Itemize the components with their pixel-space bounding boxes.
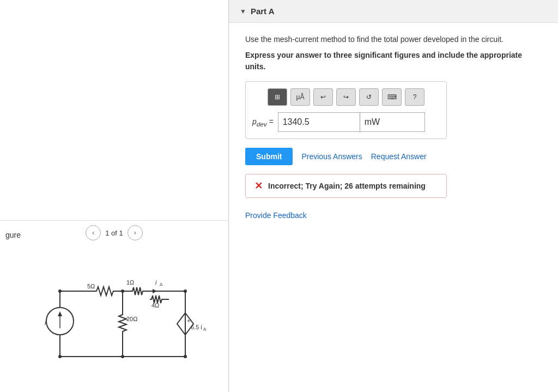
answer-box: ⊞ μÅ ↩ ↪ ↺ ⌨: [245, 81, 447, 139]
error-icon: ✕: [254, 180, 263, 192]
svg-text:i: i: [155, 279, 157, 286]
grid-button[interactable]: ⊞: [268, 88, 287, 106]
request-answer-link[interactable]: Request Answer: [371, 152, 427, 161]
express-text: Express your answer to three significant…: [245, 50, 542, 73]
submit-button[interactable]: Submit: [245, 148, 293, 165]
left-panel: gure ‹ 1 of 1 › i: [0, 0, 229, 392]
part-section: ▼ Part A Use the mesh-current method to …: [229, 0, 558, 231]
svg-text:1Ω: 1Ω: [126, 279, 134, 286]
svg-text:4Ω: 4Ω: [151, 302, 159, 309]
keyboard-icon: ⌨: [387, 93, 397, 101]
action-row: Submit Previous Answers Request Answer: [245, 148, 542, 165]
mu-icon: μÅ: [296, 93, 305, 101]
svg-text:6.5 i: 6.5 i: [191, 324, 202, 330]
redo-icon: ↪: [343, 93, 349, 101]
variable-label: pdev =: [252, 117, 274, 128]
page-info: 1 of 1: [105, 229, 123, 237]
redo-button[interactable]: ↪: [336, 88, 356, 106]
input-row: pdev =: [252, 112, 440, 132]
part-title: Part A: [251, 7, 275, 16]
part-content: Use the mesh-current method to find the …: [229, 23, 558, 231]
svg-text:i: i: [45, 319, 46, 327]
svg-point-30: [184, 355, 187, 358]
undo-button[interactable]: ↩: [313, 88, 333, 106]
help-icon: ?: [413, 93, 417, 101]
undo-icon: ↩: [320, 93, 326, 101]
value-input[interactable]: [278, 112, 360, 132]
svg-text:20Ω: 20Ω: [126, 316, 137, 322]
previous-answers-link[interactable]: Previous Answers: [301, 152, 362, 161]
circuit-diagram: i 5Ω 1Ω i Δ 4Ω: [0, 250, 228, 392]
keyboard-button[interactable]: ⌨: [382, 88, 402, 106]
svg-marker-3: [58, 311, 62, 316]
svg-text:5Ω: 5Ω: [87, 283, 95, 290]
svg-point-28: [58, 355, 62, 358]
nav-controls: ‹ 1 of 1 ›: [0, 220, 228, 245]
error-box: ✕ Incorrect; Try Again; 26 attempts rema…: [245, 174, 447, 198]
error-message: Incorrect; Try Again; 26 attempts remain…: [268, 182, 426, 190]
grid-icon: ⊞: [275, 93, 280, 101]
circuit-svg: i 5Ω 1Ω i Δ 4Ω: [22, 264, 207, 378]
collapse-icon[interactable]: ▼: [240, 8, 246, 15]
help-button[interactable]: ?: [405, 88, 424, 106]
mu-button[interactable]: μÅ: [290, 88, 310, 106]
refresh-button[interactable]: ↺: [359, 88, 379, 106]
refresh-icon: ↺: [366, 93, 372, 101]
right-panel: ▼ Part A Use the mesh-current method to …: [229, 0, 558, 392]
svg-point-27: [58, 290, 62, 293]
question-text: Use the mesh-current method to find the …: [245, 34, 542, 45]
prev-button[interactable]: ‹: [86, 225, 101, 240]
svg-text:+: +: [187, 317, 190, 324]
svg-text:Δ: Δ: [160, 282, 163, 287]
next-button[interactable]: ›: [128, 225, 143, 240]
unit-input[interactable]: [360, 112, 425, 132]
toolbar: ⊞ μÅ ↩ ↪ ↺ ⌨: [252, 88, 440, 106]
svg-point-29: [184, 290, 187, 293]
part-header: ▼ Part A: [229, 0, 558, 23]
svg-text:Δ: Δ: [203, 327, 207, 331]
provide-feedback-link[interactable]: Provide Feedback: [245, 211, 307, 220]
